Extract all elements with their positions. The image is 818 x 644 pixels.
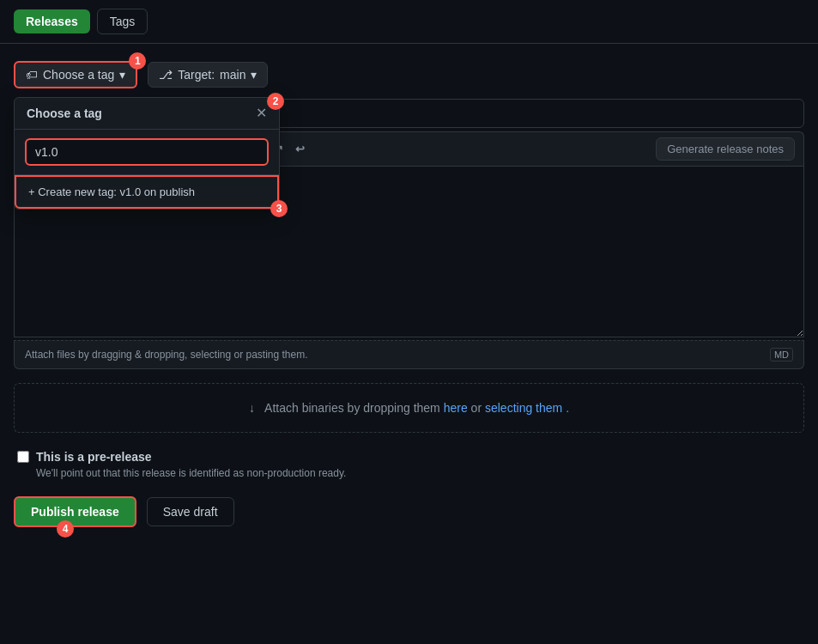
- attach-files-text: Attach files by dragging & dropping, sel…: [25, 349, 308, 361]
- target-branch-name: main: [220, 68, 245, 82]
- pre-release-label[interactable]: This is a pre-release: [17, 450, 801, 464]
- badge-1: 1: [129, 52, 146, 70]
- main-content: 🏷 Choose a tag ▾ 1 ⎇ Target: main ▾ Choo…: [0, 44, 818, 544]
- attach-binaries-text-or: or: [471, 401, 485, 415]
- markdown-icon: MD: [770, 348, 793, 361]
- releases-tab[interactable]: Releases: [14, 9, 90, 33]
- chevron-down-icon: ▾: [119, 68, 125, 82]
- target-branch-button[interactable]: ⎇ Target: main ▾: [148, 62, 268, 88]
- pre-release-title: This is a pre-release: [36, 450, 152, 464]
- badge-3: 3: [270, 200, 288, 217]
- tag-icon: 🏷: [26, 68, 38, 82]
- publish-release-button[interactable]: Publish release: [14, 496, 136, 527]
- generate-release-notes-button[interactable]: Generate release notes: [656, 137, 795, 161]
- attach-binaries-period: .: [566, 401, 569, 415]
- target-label: Target:: [178, 68, 215, 82]
- dropdown-title: Choose a tag: [27, 106, 102, 120]
- tag-search-input[interactable]: [25, 138, 269, 166]
- create-new-tag-button[interactable]: + Create new tag: v1.0 on publish: [15, 175, 279, 209]
- attach-binaries-area[interactable]: ↓ Attach binaries by dropping them here …: [14, 383, 804, 433]
- dropdown-input-area: 2: [15, 130, 279, 175]
- save-draft-button[interactable]: Save draft: [147, 497, 234, 526]
- attach-binaries-text-before: Attach binaries by dropping them: [264, 401, 444, 415]
- bottom-buttons: Publish release 4 Save draft: [14, 496, 804, 527]
- choose-tag-button[interactable]: 🏷 Choose a tag ▾: [14, 61, 137, 88]
- attach-files-bar: Attach files by dragging & dropping, sel…: [14, 340, 804, 369]
- tag-dropdown-panel: Choose a tag ✕ 2 + Create new tag: v1.0 …: [14, 97, 280, 210]
- attach-binaries-select-link[interactable]: selecting them: [485, 401, 562, 415]
- tags-tab[interactable]: Tags: [97, 9, 148, 34]
- dropdown-close-button[interactable]: ✕: [256, 106, 267, 120]
- controls-row: 🏷 Choose a tag ▾ 1 ⎇ Target: main ▾ Choo…: [14, 61, 804, 88]
- attach-binaries-here-link[interactable]: here: [444, 401, 468, 415]
- down-arrow-icon: ↓: [249, 401, 255, 415]
- pre-release-section: This is a pre-release We'll point out th…: [14, 450, 804, 479]
- pre-release-checkbox[interactable]: [17, 451, 29, 463]
- pre-release-description: We'll point out that this release is ide…: [17, 467, 801, 479]
- badge-4: 4: [57, 520, 74, 538]
- badge-2: 2: [267, 93, 284, 110]
- create-tag-label: + Create new tag: v1.0 on publish: [28, 185, 195, 198]
- choose-tag-label: Choose a tag: [43, 68, 114, 82]
- dropdown-header: Choose a tag ✕: [15, 98, 279, 130]
- branch-icon: ⎇: [159, 68, 173, 82]
- undo-button[interactable]: ↩: [291, 141, 309, 157]
- chevron-down-icon-target: ▾: [251, 68, 257, 82]
- header-tabs: Releases Tags: [0, 0, 818, 44]
